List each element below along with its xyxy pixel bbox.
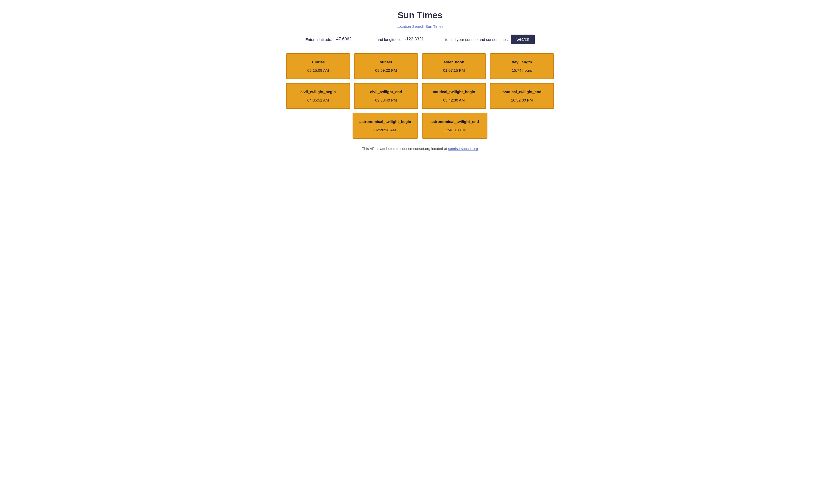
card-civil-twilight-begin-value: 04:35:51 AM bbox=[291, 98, 345, 102]
attribution-text: This API is attributed to sunrise-sunset… bbox=[362, 147, 447, 151]
card-astronomical-twilight-end-value: 11:48:13 PM bbox=[427, 128, 483, 132]
card-sunrise: sunrise 05:15:09 AM bbox=[286, 53, 350, 79]
card-solar-noon-label: solar_noon bbox=[427, 60, 481, 64]
card-civil-twilight-end-label: civil_twilight_end bbox=[359, 90, 413, 94]
card-day-length: day_length 15.74 hours bbox=[490, 53, 554, 79]
page-container: Sun Times Location Search Sun Times Ente… bbox=[281, 0, 559, 161]
longitude-label: and longitude: bbox=[377, 37, 400, 42]
attribution-link[interactable]: sunrise-sunset.org bbox=[448, 147, 478, 151]
card-solar-noon: solar_noon 01:07:15 PM bbox=[422, 53, 486, 79]
search-bar: Enter a latitude: and longitude: to find… bbox=[286, 35, 554, 44]
card-civil-twilight-begin: civil_twilight_begin 04:35:51 AM bbox=[286, 83, 350, 109]
card-sunset-value: 08:59:22 PM bbox=[359, 68, 413, 72]
results-row-2: civil_twilight_begin 04:35:51 AM civil_t… bbox=[286, 83, 554, 109]
card-astronomical-twilight-begin-value: 02:26:18 AM bbox=[357, 128, 413, 132]
latitude-input[interactable] bbox=[334, 36, 375, 43]
card-sunrise-value: 05:15:09 AM bbox=[291, 68, 345, 72]
results-row-3: astronomical_twilight_begin 02:26:18 AM … bbox=[286, 113, 554, 139]
card-astronomical-twilight-end: astronomical_twilight_end 11:48:13 PM bbox=[422, 113, 487, 139]
longitude-input[interactable] bbox=[403, 36, 443, 43]
attribution: This API is attributed to sunrise-sunset… bbox=[286, 147, 554, 151]
page-title: Sun Times bbox=[286, 10, 554, 20]
card-civil-twilight-end-value: 09:38:40 PM bbox=[359, 98, 413, 102]
card-sunset-label: sunset bbox=[359, 60, 413, 64]
suffix-label: to find your sunrise and sunset times. bbox=[445, 37, 509, 42]
card-astronomical-twilight-begin: astronomical_twilight_begin 02:26:18 AM bbox=[353, 113, 418, 139]
search-button[interactable]: Search bbox=[511, 35, 535, 44]
breadcrumb: Location Search Sun Times bbox=[286, 24, 554, 29]
card-nautical-twilight-begin-value: 03:42:30 AM bbox=[427, 98, 481, 102]
card-solar-noon-value: 01:07:15 PM bbox=[427, 68, 481, 72]
card-nautical-twilight-end: nautical_twilight_end 10:32:00 PM bbox=[490, 83, 554, 109]
card-sunrise-label: sunrise bbox=[291, 60, 345, 64]
card-day-length-label: day_length bbox=[495, 60, 549, 64]
breadcrumb-sun-times[interactable]: Sun Times bbox=[425, 24, 444, 29]
card-civil-twilight-end: civil_twilight_end 09:38:40 PM bbox=[354, 83, 418, 109]
card-sunset: sunset 08:59:22 PM bbox=[354, 53, 418, 79]
card-astronomical-twilight-begin-label: astronomical_twilight_begin bbox=[357, 120, 413, 124]
card-nautical-twilight-end-value: 10:32:00 PM bbox=[495, 98, 549, 102]
latitude-label: Enter a latitude: bbox=[305, 37, 332, 42]
card-nautical-twilight-begin-label: nautical_twilight_begin bbox=[427, 90, 481, 94]
card-day-length-value: 15.74 hours bbox=[495, 68, 549, 72]
card-astronomical-twilight-end-label: astronomical_twilight_end bbox=[427, 120, 483, 124]
card-nautical-twilight-end-label: nautical_twilight_end bbox=[495, 90, 549, 94]
breadcrumb-location-search[interactable]: Location Search bbox=[396, 24, 424, 29]
card-civil-twilight-begin-label: civil_twilight_begin bbox=[291, 90, 345, 94]
results-row-1: sunrise 05:15:09 AM sunset 08:59:22 PM s… bbox=[286, 53, 554, 79]
card-nautical-twilight-begin: nautical_twilight_begin 03:42:30 AM bbox=[422, 83, 486, 109]
